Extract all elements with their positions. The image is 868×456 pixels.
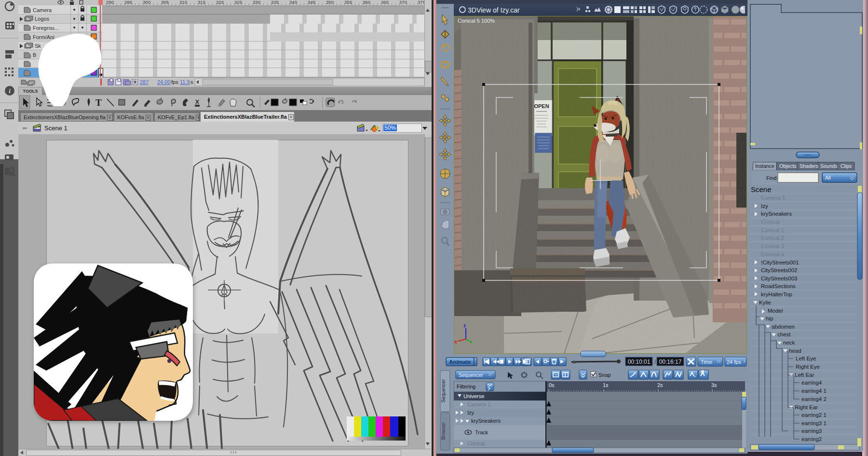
svg-text:Conical 4: Conical 4: [761, 251, 785, 257]
svg-text:Sequencer: Sequencer: [441, 379, 446, 402]
svg-text:!CityStreets001: !CityStreets001: [761, 260, 799, 265]
svg-text:Conical 2: Conical 2: [761, 235, 784, 241]
svg-text:Conical 3: Conical 3: [761, 243, 784, 249]
svg-text:Find:: Find:: [766, 175, 778, 181]
svg-text:CityStreets002: CityStreets002: [761, 267, 797, 273]
svg-text:Camera 1: Camera 1: [761, 195, 786, 201]
svg-text:3s: 3s: [711, 382, 717, 388]
svg-text:Sequencer: Sequencer: [459, 372, 483, 378]
svg-text:Scene: Scene: [751, 185, 772, 193]
svg-text:abdomen: abdomen: [772, 324, 795, 330]
svg-text:Clips: Clips: [841, 163, 852, 169]
svg-text:Sounds: Sounds: [820, 163, 838, 169]
svg-text:2s: 2s: [657, 382, 663, 388]
svg-text:earring2 1: earring2 1: [801, 412, 827, 418]
svg-text:Right Ear: Right Ear: [795, 404, 818, 410]
svg-text:24.00: 24.00: [157, 79, 171, 85]
svg-text:head: head: [789, 348, 801, 354]
svg-text:Model: Model: [768, 308, 783, 314]
svg-text:earring3: earring3: [801, 428, 822, 434]
svg-text:krySneakers: krySneakers: [471, 418, 501, 424]
svg-text:kryHalterTop: kryHalterTop: [761, 291, 792, 297]
svg-text:Conical 5 100%: Conical 5 100%: [458, 18, 495, 24]
svg-text:earring2: earring2: [801, 436, 822, 442]
svg-text:0s: 0s: [549, 382, 555, 388]
svg-text:RoadSections: RoadSections: [761, 283, 796, 289]
svg-text:fps: fps: [171, 79, 178, 85]
svg-text:Objects: Objects: [779, 163, 797, 169]
svg-text:earring3 1: earring3 1: [801, 420, 827, 426]
svg-text:x: x: [454, 339, 458, 345]
svg-text:chest: chest: [777, 332, 791, 337]
svg-text:Conical 1: Conical 1: [761, 227, 784, 233]
svg-text:Universe: Universe: [463, 393, 484, 399]
svg-text:All: All: [825, 175, 831, 180]
svg-text:Shaders: Shaders: [800, 163, 818, 169]
svg-text:Time: Time: [701, 359, 712, 365]
svg-text:Filtering: Filtering: [457, 384, 475, 389]
svg-text:Kylie: Kylie: [759, 300, 771, 305]
svg-text:Camera 1: Camera 1: [467, 401, 490, 407]
svg-text:CityStreets003: CityStreets003: [761, 276, 797, 281]
svg-text:00:10:01: 00:10:01: [628, 359, 651, 365]
svg-text:00:16:17: 00:16:17: [659, 359, 682, 365]
svg-text:krySneakers: krySneakers: [761, 211, 792, 217]
svg-text:Conical: Conical: [761, 219, 779, 225]
svg-text:24 fps: 24 fps: [727, 359, 741, 365]
svg-text:z: z: [463, 322, 466, 328]
svg-text:Snap: Snap: [598, 372, 611, 378]
svg-text:earring4: earring4: [801, 380, 822, 386]
svg-text:Izy: Izy: [467, 410, 475, 415]
svg-text:Conical: Conical: [467, 441, 485, 446]
svg-text:Right Eye: Right Eye: [796, 364, 820, 370]
svg-text:287: 287: [140, 79, 149, 85]
svg-text:hip: hip: [766, 316, 773, 321]
svg-text:Left Ear: Left Ear: [795, 372, 814, 378]
svg-text:Browser: Browser: [441, 422, 446, 440]
svg-text:/: /: [654, 359, 656, 365]
svg-text:earring4 1: earring4 1: [801, 388, 827, 394]
svg-text:i: i: [9, 87, 11, 95]
svg-text:Izy: Izy: [761, 203, 768, 209]
svg-text:s: s: [190, 79, 193, 85]
svg-text:Foregrou...: Foregrou...: [33, 25, 59, 31]
svg-text:11.9: 11.9: [180, 79, 190, 85]
svg-text:Track: Track: [475, 429, 488, 435]
svg-text:Left Eye: Left Eye: [796, 356, 816, 361]
svg-text:Camera: Camera: [33, 7, 52, 13]
svg-text:earring4 2: earring4 2: [801, 396, 827, 402]
svg-text:1s: 1s: [603, 382, 609, 388]
svg-text:Logos: Logos: [35, 16, 49, 22]
svg-text:Animate: Animate: [449, 359, 471, 365]
svg-text:neck: neck: [783, 340, 795, 345]
svg-text:Instance: Instance: [755, 163, 774, 169]
